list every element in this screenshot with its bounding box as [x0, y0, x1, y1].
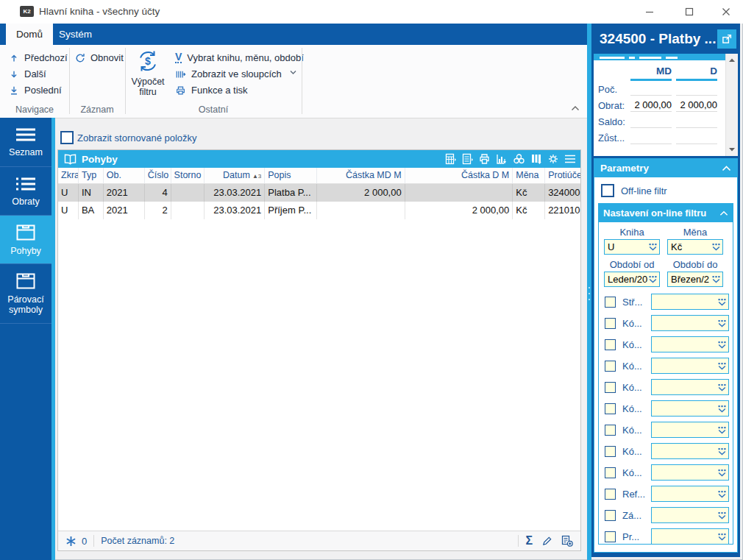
column-header[interactable]: Ob. [104, 168, 145, 183]
filter-label: Stř... [622, 297, 650, 308]
filter-checkbox[interactable] [605, 318, 616, 329]
filter-dropdown[interactable] [651, 422, 729, 438]
functions-print-button[interactable]: Funkce a tisk [175, 82, 248, 98]
scroll-up-icon[interactable] [726, 54, 738, 65]
previous-button[interactable]: Předchozí [9, 50, 68, 65]
calc-filter-icon: $ [135, 49, 160, 74]
sidebar-item-pohyby[interactable]: Pohyby [0, 216, 51, 264]
related-records-icon[interactable] [513, 153, 525, 165]
open-in-window-button[interactable] [717, 29, 736, 49]
online-filter-header[interactable]: Nastavení on-line filtru [599, 204, 733, 222]
filter-dropdown[interactable] [651, 400, 729, 417]
account-header: 324500 - Platby ... [594, 24, 738, 54]
kniha-label: Kniha [604, 227, 660, 238]
report-icon[interactable] [444, 153, 456, 165]
filter-dropdown[interactable] [651, 358, 729, 374]
chart-icon[interactable] [496, 153, 508, 165]
column-header-datum[interactable]: Datum▲3 [205, 168, 265, 183]
filter-checkbox[interactable] [605, 467, 616, 478]
column-header[interactable]: Protiúčet [545, 168, 580, 183]
summary-scrollbar[interactable] [725, 54, 738, 156]
kniha-dropdown[interactable]: U [604, 239, 660, 255]
column-header[interactable]: Typ [79, 168, 104, 183]
column-header[interactable]: Zkra [58, 168, 79, 183]
document-icon[interactable] [461, 153, 473, 165]
obdobi-od-dropdown[interactable]: Leden/20 [604, 272, 660, 287]
dropdown-icon [717, 383, 727, 392]
filter-label: Kó... [622, 403, 650, 414]
filter-checkbox[interactable] [605, 361, 616, 372]
dropdown-icon [717, 340, 727, 350]
pick-book-button[interactable]: V Vybrat knihu, měnu, období [175, 50, 304, 65]
filter-checkbox[interactable] [605, 425, 616, 436]
sidebar-item-obraty[interactable]: Obraty [0, 167, 51, 216]
maximize-button[interactable] [677, 3, 702, 21]
show-storno-checkbox[interactable] [60, 131, 74, 144]
filter-checkbox[interactable] [605, 446, 616, 457]
sidebar-item-seznam[interactable]: Seznam [0, 118, 51, 167]
dropdown-icon [717, 511, 727, 520]
column-header[interactable]: Číslo [145, 168, 171, 183]
filter-dropdown[interactable] [651, 464, 729, 481]
close-button[interactable] [714, 3, 739, 21]
title-bar: K2 Hlavní kniha - všechny účty [0, 0, 743, 24]
print-icon[interactable] [478, 153, 491, 165]
last-button[interactable]: Poslední [9, 82, 62, 98]
new-record-icon[interactable] [561, 535, 573, 547]
table-row[interactable]: UBA 20212 23.03.2021 Příjem P... 2 000,0… [58, 202, 580, 219]
arrow-up-icon [9, 53, 19, 63]
refresh-button[interactable]: Obnovit [75, 50, 124, 65]
filter-dropdown[interactable] [651, 443, 729, 459]
column-header[interactable]: Částka MD M [317, 168, 405, 183]
table-row[interactable]: UIN 20214 23.03.2021 Platba P...2 000,00… [58, 184, 580, 202]
filter-dropdown[interactable] [651, 486, 729, 502]
columns-icon[interactable] [530, 153, 542, 165]
movements-grid: Pohyby Zkra Typ Ob. Číslo Storno Datum▲3… [57, 149, 581, 551]
edit-pencil-icon[interactable] [541, 536, 552, 547]
next-button[interactable]: Další [9, 66, 46, 82]
sum-icon[interactable]: Σ [525, 534, 533, 547]
filter-checkbox[interactable] [605, 339, 616, 350]
filter-checkbox[interactable] [605, 403, 616, 414]
scroll-down-icon[interactable] [726, 144, 738, 155]
obdobi-do-dropdown[interactable]: Březen/2 [667, 272, 723, 287]
filter-label: Kó... [622, 339, 650, 350]
column-header[interactable]: Částka D M [405, 168, 513, 183]
filter-dropdown[interactable] [651, 528, 729, 545]
collapse-ribbon-button[interactable] [571, 105, 580, 111]
filter-checkbox[interactable] [605, 531, 616, 542]
collapse-chevron-icon[interactable] [719, 210, 728, 216]
offline-filter-row: Off-line filtr [594, 177, 737, 197]
filter-checkbox[interactable] [605, 382, 616, 393]
column-header[interactable]: Popis [265, 168, 317, 183]
menu-icon[interactable] [564, 154, 576, 164]
dropdown-icon [717, 489, 727, 499]
flag-asterisk-icon[interactable] [65, 536, 77, 547]
obdobi-do-label: Období do [667, 259, 723, 270]
mena-dropdown[interactable]: Kč [667, 239, 723, 255]
calc-filter-button[interactable]: $ Výpočet filtru [127, 49, 169, 103]
filter-label: Kó... [622, 361, 650, 372]
filter-checkbox[interactable] [605, 489, 616, 500]
tab-system[interactable]: Systém [49, 24, 102, 45]
filter-checkbox[interactable] [605, 510, 616, 521]
collapse-chevron-icon[interactable] [722, 166, 731, 171]
minimize-button[interactable] [637, 3, 662, 21]
filter-dropdown[interactable] [651, 336, 729, 352]
filter-label: Kó... [622, 446, 650, 457]
columns-dropdown-caret[interactable] [290, 69, 296, 75]
summary-row: Poč. [594, 81, 738, 97]
parameters-header[interactable]: Parametry [594, 159, 737, 177]
settings-gear-icon[interactable] [547, 153, 559, 165]
filter-dropdown[interactable] [651, 294, 729, 310]
column-header[interactable]: Měna [513, 168, 545, 183]
filter-dropdown[interactable] [651, 315, 729, 331]
tab-domu[interactable]: Domů [6, 24, 53, 45]
column-header[interactable]: Storno [171, 168, 205, 183]
offline-filter-checkbox[interactable] [601, 184, 614, 197]
sidebar-item-parovaci-symboly[interactable]: Párovací symboly [0, 264, 51, 324]
show-columns-button[interactable]: Zobrazit ve sloupcích [175, 66, 282, 82]
filter-dropdown[interactable] [651, 379, 729, 395]
filter-dropdown[interactable] [651, 507, 729, 523]
filter-checkbox[interactable] [605, 297, 616, 308]
